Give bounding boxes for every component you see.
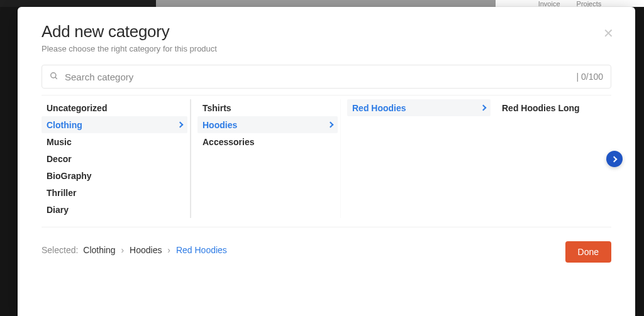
svg-point-0: [51, 72, 56, 77]
category-modal: Add new category Please choose the right…: [18, 7, 635, 316]
category-item-label: Red Hoodies Long: [502, 103, 580, 113]
category-item-label: Red Hoodies: [352, 103, 406, 113]
category-item-red-hoodies[interactable]: Red Hoodies: [347, 99, 491, 116]
category-item-clothing[interactable]: Clothing: [42, 116, 187, 133]
category-item-decor[interactable]: Decor: [42, 150, 187, 167]
category-item-music[interactable]: Music: [42, 133, 187, 150]
nav-item-projects[interactable]: Projects: [577, 0, 602, 8]
chevron-right-icon: [177, 122, 184, 128]
category-item-label: Hoodies: [203, 120, 237, 130]
modal-header: Add new category Please choose the right…: [42, 22, 611, 53]
category-item-label: Uncategorized: [47, 103, 107, 113]
search-bar[interactable]: | 0/100: [42, 65, 611, 89]
scroll-right-button[interactable]: [606, 151, 623, 167]
category-item-accessories[interactable]: Accessories: [197, 133, 338, 150]
category-item-label: Tshirts: [203, 103, 231, 113]
category-item-label: Accessories: [203, 137, 255, 147]
chevron-right-icon: [480, 105, 487, 111]
category-item-diary[interactable]: Diary: [42, 201, 187, 218]
breadcrumb-part: Hoodies: [130, 245, 162, 255]
chevron-right-icon: [611, 156, 617, 162]
category-item-label: Clothing: [47, 120, 82, 130]
category-item-label: Diary: [47, 205, 69, 215]
category-item-label: Decor: [47, 154, 72, 164]
divider: [42, 227, 611, 227]
category-item-red-hoodies-long[interactable]: Red Hoodies Long: [497, 99, 611, 116]
column-1: UncategorizedClothingMusicDecorBioGraphy…: [42, 99, 191, 218]
breadcrumb: Selected: Clothing › Hoodies › Red Hoodi…: [42, 245, 227, 255]
column-2: TshirtsHoodiesAccessories: [191, 99, 341, 218]
search-input[interactable]: [65, 72, 576, 82]
nav-item-invoice[interactable]: Invoice: [538, 0, 560, 8]
breadcrumb-part: Clothing: [83, 245, 115, 255]
category-item-hoodies[interactable]: Hoodies: [197, 116, 338, 133]
svg-line-1: [55, 77, 57, 79]
background-topbar: Invoice Projects: [0, 0, 644, 7]
bg-nav-white: Invoice Projects: [496, 0, 644, 7]
category-columns: UncategorizedClothingMusicDecorBioGraphy…: [42, 95, 611, 223]
category-item-tshirts[interactable]: Tshirts: [197, 99, 338, 116]
category-item-biography[interactable]: BioGraphy: [42, 167, 187, 184]
bg-content-grey: [156, 0, 496, 7]
search-icon: [50, 72, 58, 82]
breadcrumb-label: Selected:: [42, 245, 78, 255]
bg-sidebar: [0, 0, 156, 7]
close-icon[interactable]: ✕: [603, 27, 614, 40]
category-item-uncategorized[interactable]: Uncategorized: [42, 99, 187, 116]
breadcrumb-separator: ›: [167, 245, 170, 255]
done-button[interactable]: Done: [565, 241, 611, 263]
breadcrumb-separator: ›: [121, 245, 125, 255]
search-counter: | 0/100: [576, 72, 603, 82]
category-item-label: BioGraphy: [47, 171, 92, 181]
column-4: Red Hoodies Long: [491, 99, 611, 218]
column-3: Red Hoodies: [341, 99, 491, 218]
chevron-right-icon: [328, 122, 334, 128]
category-item-thriller[interactable]: Thriller: [42, 184, 187, 201]
category-item-label: Music: [47, 137, 72, 147]
modal-subtitle: Please choose the right category for thi…: [42, 44, 611, 53]
modal-title: Add new category: [42, 22, 611, 41]
modal-footer: Selected: Clothing › Hoodies › Red Hoodi…: [42, 237, 611, 263]
category-item-label: Thriller: [47, 188, 76, 198]
breadcrumb-part-current: Red Hoodies: [176, 245, 227, 255]
